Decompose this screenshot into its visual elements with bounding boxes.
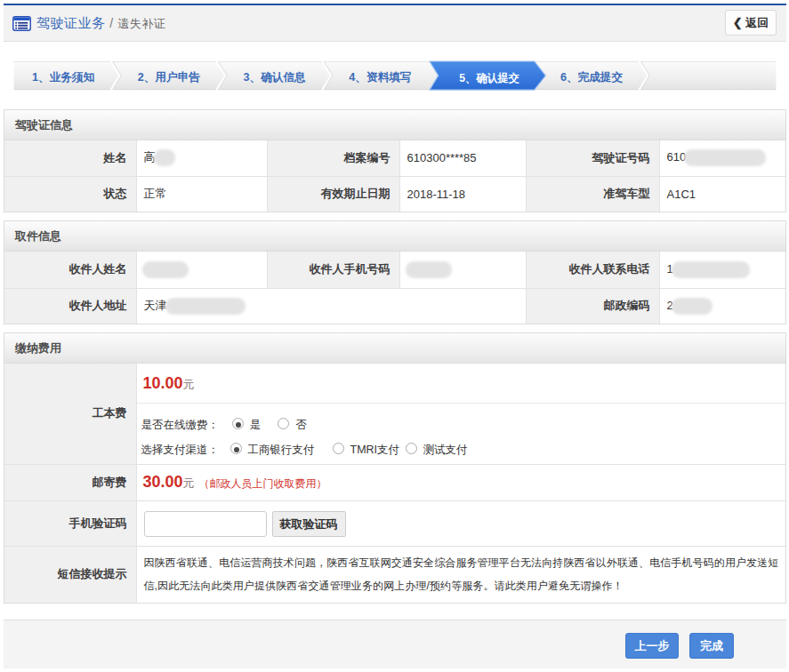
svg-text:4、资料填写: 4、资料填写 bbox=[349, 71, 411, 84]
svg-text:1、业务须知: 1、业务须知 bbox=[32, 71, 95, 84]
svg-text:2、用户申告: 2、用户申告 bbox=[138, 70, 201, 84]
svg-text:5、确认提交: 5、确认提交 bbox=[459, 72, 519, 84]
svg-text:3、确认信息: 3、确认信息 bbox=[244, 71, 307, 84]
svg-text:6、完成提交: 6、完成提交 bbox=[560, 71, 624, 84]
